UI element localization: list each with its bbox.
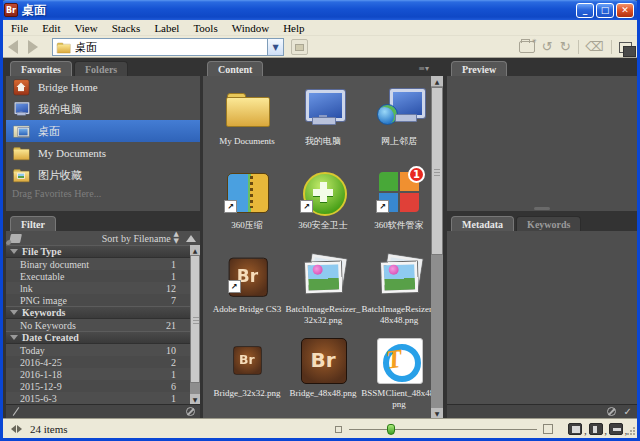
compact-mode-button[interactable] <box>619 42 632 53</box>
chevron-down-icon[interactable]: ▼ <box>267 39 283 55</box>
menu-item-label[interactable]: Label <box>147 20 186 36</box>
apply-metadata-icon[interactable]: ✓ <box>624 406 632 417</box>
splitter-handle[interactable] <box>534 207 550 210</box>
filter-row[interactable]: Binary document1 <box>6 258 190 270</box>
slider-thumb[interactable] <box>387 424 395 435</box>
filter-section-header[interactable]: Keywords <box>6 306 190 319</box>
delete-button[interactable]: ⌫ <box>586 38 604 56</box>
sort-direction-icon[interactable] <box>186 235 196 242</box>
versions-view-button[interactable] <box>609 423 623 435</box>
title-bar[interactable]: Br 桌面 _ □ ✕ <box>0 0 640 20</box>
bssm-icon <box>375 336 423 384</box>
sidebar-item[interactable]: 桌面 <box>6 120 200 142</box>
filter-scrollbar[interactable]: ▲ ▼ <box>190 245 200 404</box>
home-icon <box>12 78 30 96</box>
thumbnail-larger-icon[interactable] <box>543 424 553 434</box>
forward-button[interactable] <box>28 39 44 55</box>
filter-row[interactable]: Executable1 <box>6 270 190 282</box>
shortcut-arrow-icon: ↗ <box>300 200 313 213</box>
content-item[interactable]: Bridge_48x48.png <box>285 332 361 416</box>
drag-favorites-hint: Drag Favorites Here... <box>6 188 200 199</box>
content-item[interactable]: My Documents <box>209 80 285 164</box>
minimize-button[interactable]: _ <box>576 3 594 18</box>
tab-keywords[interactable]: Keywords <box>516 216 581 231</box>
chevron-down-icon <box>10 335 18 340</box>
back-button[interactable] <box>8 39 24 55</box>
tab-metadata[interactable]: Metadata <box>451 216 514 231</box>
path-combobox[interactable]: 桌面 ▼ <box>52 38 284 56</box>
filter-section-header[interactable]: Date Created <box>6 331 190 344</box>
panel-menu-icon[interactable]: ≡▾ <box>418 64 429 73</box>
menu-item-edit[interactable]: Edit <box>35 20 67 36</box>
icon-deco <box>319 115 327 118</box>
content-item-label: 网上邻居 <box>361 136 437 147</box>
zip-icon: ↗ <box>223 168 271 216</box>
sidebar-item[interactable]: 我的电脑 <box>6 98 200 120</box>
menu-item-view[interactable]: View <box>67 20 104 36</box>
sort-by-label[interactable]: Sort by Filename <box>102 233 171 244</box>
content-item[interactable]: 我的电脑 <box>285 80 361 164</box>
maximize-button[interactable]: □ <box>596 3 614 18</box>
menu-item-stacks[interactable]: Stacks <box>105 20 148 36</box>
tab-folders[interactable]: Folders <box>74 61 128 76</box>
filter-row[interactable]: No Keywords21 <box>6 319 190 331</box>
filter-row-count: 1 <box>171 271 176 282</box>
resize-grip[interactable] <box>626 426 636 436</box>
tab-preview[interactable]: Preview <box>451 61 507 76</box>
content-item-label: My Documents <box>209 136 285 147</box>
cancel-metadata-icon[interactable] <box>607 407 616 416</box>
thumbnail-size-slider[interactable] <box>349 429 537 430</box>
keep-filter-icon[interactable] <box>13 407 20 416</box>
filter-row[interactable]: Today10 <box>6 344 190 356</box>
filter-row[interactable]: 2015-6-31 <box>6 392 190 404</box>
thumbnails-view-button[interactable] <box>568 423 582 435</box>
content-item[interactable]: ↗360压缩 <box>209 164 285 248</box>
content-item[interactable]: BatchImageResizer_32x32.png <box>285 248 361 332</box>
content-item[interactable]: ↗1360软件管家 <box>361 164 437 248</box>
content-scrollbar[interactable]: ▲ ▼ <box>431 76 443 418</box>
status-arrows-icon[interactable] <box>11 425 22 433</box>
flatten-view-icon[interactable] <box>9 234 22 243</box>
content-item[interactable]: 网上邻居 <box>361 80 437 164</box>
content-item[interactable]: ↗Adobe Bridge CS3 <box>209 248 285 332</box>
sort-spinner-icon[interactable]: ▲▼ <box>174 231 179 245</box>
sidebar-item[interactable]: Bridge Home <box>6 76 200 98</box>
menu-item-window[interactable]: Window <box>225 20 276 36</box>
rotate-left-button[interactable]: ↺ <box>542 38 553 56</box>
go-up-button[interactable] <box>291 39 308 55</box>
content-item[interactable]: BatchImageResizer_48x48.png <box>361 248 437 332</box>
filter-row[interactable]: PNG image7 <box>6 294 190 306</box>
thumbnail-smaller-icon[interactable] <box>335 426 342 433</box>
content-item[interactable]: BSSMClient_48x48.png <box>361 332 437 416</box>
content-item-label: 360软件管家 <box>361 220 437 231</box>
filter-row[interactable]: lnk12 <box>6 282 190 294</box>
filter-row[interactable]: 2015-12-96 <box>6 380 190 392</box>
filter-section-header[interactable]: File Type <box>6 245 190 258</box>
sidebar-item-label: 我的电脑 <box>38 102 82 117</box>
content-item[interactable]: ↗360安全卫士 <box>285 164 361 248</box>
filter-row[interactable]: 2016-1-181 <box>6 368 190 380</box>
filter-panel: Sort by Filename ▲▼ File TypeBinary docu… <box>6 231 200 418</box>
clear-filter-icon[interactable] <box>186 407 195 416</box>
tab-content[interactable]: Content <box>207 61 263 76</box>
content-grid: My Documents我的电脑网上邻居↗360压缩↗360安全卫士↗1360软… <box>203 76 429 416</box>
menu-item-file[interactable]: File <box>4 20 35 36</box>
content-item[interactable]: Bridge_32x32.png <box>209 332 285 416</box>
filter-row-count: 1 <box>171 393 176 404</box>
sidebar-item[interactable]: 图片收藏 <box>6 164 200 186</box>
tab-favorites[interactable]: Favorites <box>10 61 72 76</box>
close-button[interactable]: ✕ <box>616 3 634 18</box>
menu-item-tools[interactable]: Tools <box>186 20 224 36</box>
metadata-footer: ✓ <box>447 404 637 418</box>
content-item-icon-box <box>299 80 347 136</box>
menu-item-help[interactable]: Help <box>276 20 311 36</box>
filter-row-label: lnk <box>20 283 166 294</box>
details-view-button[interactable] <box>589 423 603 435</box>
rotate-right-button[interactable]: ↻ <box>560 38 571 56</box>
filter-row[interactable]: 2016-4-252 <box>6 356 190 368</box>
new-folder-button[interactable] <box>519 41 535 53</box>
metadata-panel: ✓ <box>447 231 637 418</box>
tab-filter[interactable]: Filter <box>10 216 56 231</box>
filter-row-label: No Keywords <box>20 320 166 331</box>
sidebar-item[interactable]: My Documents <box>6 142 200 164</box>
